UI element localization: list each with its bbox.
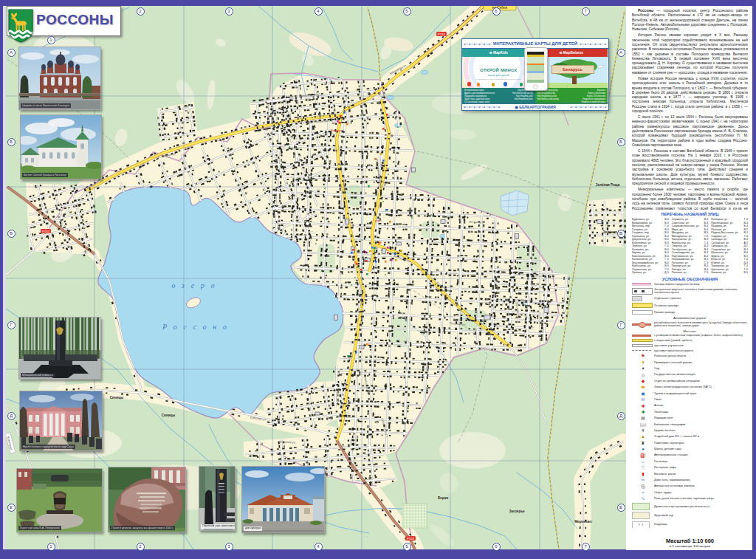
svg-text:ул. Советская: ул. Советская bbox=[343, 175, 347, 194]
svg-text:Р132: Р132 bbox=[407, 537, 414, 541]
svg-text:Лесная ул.: Лесная ул. bbox=[469, 220, 484, 224]
svg-text:Синицы: Синицы bbox=[110, 396, 124, 399]
svg-text:Заозёрье: Заозёрье bbox=[509, 510, 525, 513]
svg-text:озеро: озеро bbox=[171, 282, 221, 289]
svg-text:Р132: Р132 bbox=[42, 230, 49, 233]
svg-text:Синицы: Синицы bbox=[162, 414, 176, 417]
svg-text:Зелёная Роща: Зелёная Роща bbox=[596, 183, 620, 187]
svg-text:Мемориал: Мемориал bbox=[331, 129, 342, 132]
svg-text:Россоно: Россоно bbox=[162, 323, 233, 331]
svg-text:школа: школа bbox=[375, 219, 382, 222]
svg-text:Р132: Р132 bbox=[438, 32, 445, 36]
svg-text:Мира ул.: Мира ул. bbox=[521, 298, 533, 302]
svg-text:Мироново: Мироново bbox=[574, 520, 592, 524]
svg-text:Борки: Борки bbox=[438, 496, 448, 500]
